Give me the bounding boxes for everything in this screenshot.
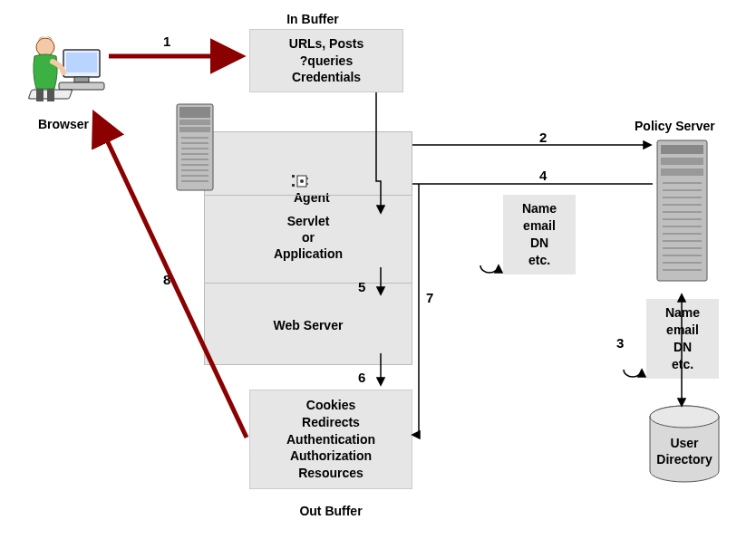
browser-icon <box>18 27 109 109</box>
attrs-3-box: Name email DN etc. <box>646 299 719 379</box>
agent-icon <box>290 173 310 189</box>
svg-rect-30 <box>661 168 703 176</box>
web-server-box: Web Server <box>204 317 412 333</box>
step-1: 1 <box>163 34 170 49</box>
svg-point-13 <box>306 183 308 185</box>
step-7: 7 <box>426 290 433 305</box>
in-buffer-box: URLs, Posts ?queries Credentials <box>249 29 403 92</box>
agent-label: Agent <box>290 156 399 207</box>
step-3: 3 <box>616 335 624 351</box>
servlet-box: Servlet or Application <box>204 213 412 263</box>
agent-text: Agent <box>294 190 330 205</box>
svg-point-12 <box>306 178 308 179</box>
step-6: 6 <box>358 370 365 385</box>
step-4: 4 <box>539 168 547 183</box>
tower-server-icon <box>172 100 222 199</box>
out-buffer-box: Cookies Redirects Authentication Authori… <box>249 390 412 489</box>
policy-server-label: Policy Server <box>635 118 743 134</box>
svg-rect-8 <box>292 175 295 178</box>
divider <box>204 283 412 284</box>
browser-label: Browser <box>27 116 100 132</box>
in-buffer-label: In Buffer <box>249 11 376 27</box>
attrs-4-box: Name email DN etc. <box>503 195 576 274</box>
svg-point-5 <box>36 38 54 56</box>
svg-rect-2 <box>74 77 89 82</box>
svg-rect-6 <box>36 89 44 101</box>
svg-rect-17 <box>179 127 210 132</box>
svg-rect-16 <box>179 120 210 125</box>
out-buffer-label: Out Buffer <box>263 503 399 519</box>
svg-rect-15 <box>179 107 210 118</box>
user-directory-label: User Directory <box>653 435 716 467</box>
svg-rect-1 <box>66 53 97 72</box>
step-2: 2 <box>539 130 547 145</box>
policy-server-icon <box>653 136 716 290</box>
svg-rect-3 <box>59 82 104 90</box>
svg-point-11 <box>300 179 304 183</box>
svg-rect-28 <box>661 145 703 154</box>
divider <box>204 195 412 196</box>
svg-rect-29 <box>661 158 703 165</box>
step-5: 5 <box>358 279 365 294</box>
svg-rect-9 <box>292 184 295 187</box>
svg-rect-7 <box>47 89 54 101</box>
svg-point-45 <box>650 406 719 428</box>
step-8: 8 <box>163 272 170 287</box>
